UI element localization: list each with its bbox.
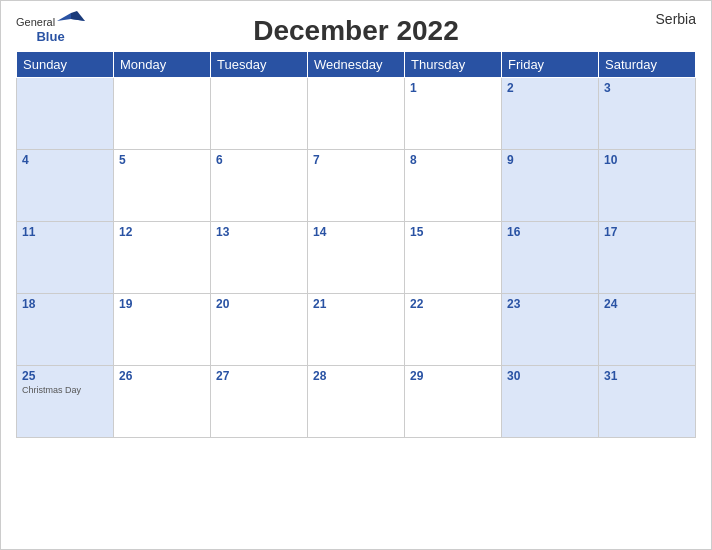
- day-number: 26: [119, 369, 205, 383]
- day-number: 4: [22, 153, 108, 167]
- day-number: 27: [216, 369, 302, 383]
- calendar-day: 28: [308, 366, 405, 438]
- day-number: 9: [507, 153, 593, 167]
- day-number: 5: [119, 153, 205, 167]
- calendar-day: [114, 78, 211, 150]
- country-label: Serbia: [656, 11, 696, 27]
- day-number: 19: [119, 297, 205, 311]
- calendar-day: 12: [114, 222, 211, 294]
- calendar-day: 29: [405, 366, 502, 438]
- calendar-day: 16: [502, 222, 599, 294]
- day-event: Christmas Day: [22, 385, 108, 395]
- day-number: 25: [22, 369, 108, 383]
- calendar-day: 20: [211, 294, 308, 366]
- day-number: 6: [216, 153, 302, 167]
- day-number: 24: [604, 297, 690, 311]
- day-number: 12: [119, 225, 205, 239]
- day-number: 16: [507, 225, 593, 239]
- calendar-day: 21: [308, 294, 405, 366]
- col-saturday: Saturday: [599, 52, 696, 78]
- day-number: 29: [410, 369, 496, 383]
- day-number: 14: [313, 225, 399, 239]
- calendar-day: 4: [17, 150, 114, 222]
- calendar-table: Sunday Monday Tuesday Wednesday Thursday…: [16, 51, 696, 438]
- calendar-container: General Blue December 2022 Serbia Sunday…: [0, 0, 712, 550]
- calendar-day: 30: [502, 366, 599, 438]
- calendar-day: 18: [17, 294, 114, 366]
- calendar-day: 19: [114, 294, 211, 366]
- header: General Blue December 2022 Serbia: [16, 11, 696, 47]
- generalblue-logo: General Blue: [16, 11, 85, 45]
- day-number: 13: [216, 225, 302, 239]
- day-number: 17: [604, 225, 690, 239]
- col-tuesday: Tuesday: [211, 52, 308, 78]
- day-number: 23: [507, 297, 593, 311]
- calendar-week-4: 18192021222324: [17, 294, 696, 366]
- col-monday: Monday: [114, 52, 211, 78]
- calendar-week-5: 25Christmas Day262728293031: [17, 366, 696, 438]
- svg-marker-1: [71, 11, 85, 21]
- day-number: 21: [313, 297, 399, 311]
- day-number: 8: [410, 153, 496, 167]
- day-number: 11: [22, 225, 108, 239]
- calendar-day: 10: [599, 150, 696, 222]
- calendar-day: [17, 78, 114, 150]
- day-number: 30: [507, 369, 593, 383]
- day-number: 1: [410, 81, 496, 95]
- col-friday: Friday: [502, 52, 599, 78]
- calendar-day: 9: [502, 150, 599, 222]
- logo-general-text: General: [16, 16, 55, 29]
- calendar-day: [308, 78, 405, 150]
- day-number: 28: [313, 369, 399, 383]
- calendar-day: 15: [405, 222, 502, 294]
- calendar-day: 3: [599, 78, 696, 150]
- day-number: 15: [410, 225, 496, 239]
- day-number: 20: [216, 297, 302, 311]
- day-number: 31: [604, 369, 690, 383]
- calendar-day: 11: [17, 222, 114, 294]
- col-wednesday: Wednesday: [308, 52, 405, 78]
- calendar-day: 25Christmas Day: [17, 366, 114, 438]
- calendar-day: 22: [405, 294, 502, 366]
- calendar-week-1: 123: [17, 78, 696, 150]
- calendar-day: 13: [211, 222, 308, 294]
- day-number: 22: [410, 297, 496, 311]
- calendar-week-3: 11121314151617: [17, 222, 696, 294]
- day-number: 10: [604, 153, 690, 167]
- calendar-day: 26: [114, 366, 211, 438]
- logo-blue-text: Blue: [36, 29, 64, 45]
- calendar-day: 7: [308, 150, 405, 222]
- day-number: 18: [22, 297, 108, 311]
- day-number: 3: [604, 81, 690, 95]
- calendar-day: 8: [405, 150, 502, 222]
- calendar-day: 27: [211, 366, 308, 438]
- calendar-day: 31: [599, 366, 696, 438]
- calendar-day: 23: [502, 294, 599, 366]
- calendar-day: [211, 78, 308, 150]
- calendar-day: 24: [599, 294, 696, 366]
- col-sunday: Sunday: [17, 52, 114, 78]
- logo-bird-icon: [57, 11, 85, 29]
- calendar-day: 5: [114, 150, 211, 222]
- calendar-week-2: 45678910: [17, 150, 696, 222]
- header-row: Sunday Monday Tuesday Wednesday Thursday…: [17, 52, 696, 78]
- calendar-day: 17: [599, 222, 696, 294]
- day-number: 7: [313, 153, 399, 167]
- col-thursday: Thursday: [405, 52, 502, 78]
- day-number: 2: [507, 81, 593, 95]
- calendar-day: 2: [502, 78, 599, 150]
- calendar-day: 1: [405, 78, 502, 150]
- calendar-day: 6: [211, 150, 308, 222]
- calendar-day: 14: [308, 222, 405, 294]
- calendar-title: December 2022: [253, 15, 458, 47]
